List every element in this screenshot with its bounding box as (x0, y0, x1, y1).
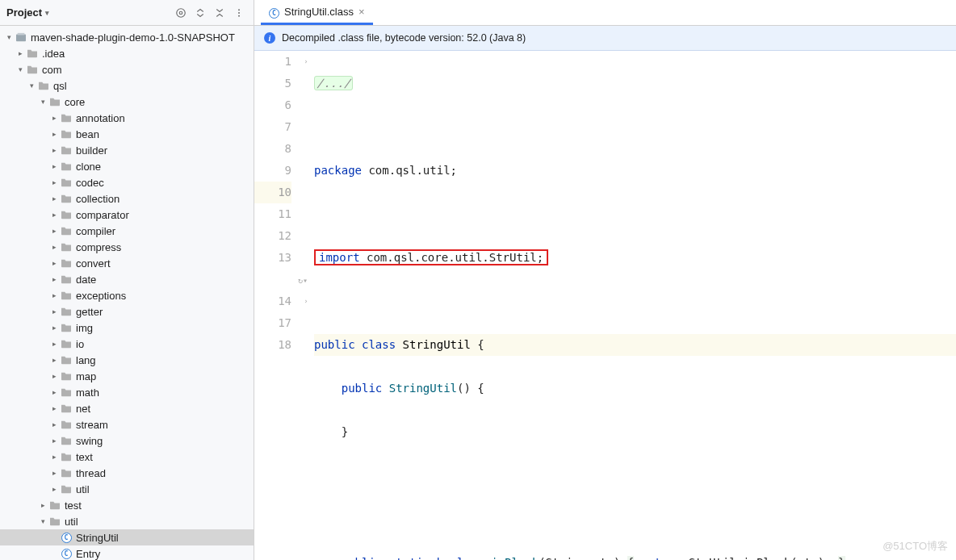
tree-folder-exceptions[interactable]: ▸exceptions (0, 287, 254, 303)
caret-right-icon[interactable]: ▸ (48, 437, 60, 445)
caret-right-icon[interactable]: ▸ (48, 162, 60, 170)
svg-point-4 (238, 15, 240, 16)
chevron-down-icon: ▾ (45, 9, 49, 17)
tree-label: compress (76, 241, 121, 253)
tab-label: StringUtil.class (284, 6, 354, 18)
caret-right-icon[interactable]: ▸ (48, 291, 60, 299)
caret-down-icon[interactable]: ▾ (26, 81, 37, 90)
caret-right-icon[interactable]: ▸ (48, 146, 60, 154)
tree-folder-idea[interactable]: ▸ .idea (0, 45, 254, 61)
expand-all-icon[interactable] (192, 5, 208, 21)
caret-right-icon[interactable]: ▸ (48, 243, 60, 251)
caret-right-icon[interactable]: ▸ (48, 227, 60, 235)
tree-label: lang (76, 354, 96, 366)
caret-right-icon[interactable]: ▸ (48, 356, 60, 364)
archive-icon (15, 32, 27, 42)
caret-down-icon[interactable]: ▾ (37, 517, 48, 525)
caret-right-icon[interactable]: ▸ (48, 194, 60, 203)
tree-folder-math[interactable]: ▸math (0, 384, 254, 400)
caret-right-icon[interactable]: ▸ (48, 420, 60, 428)
svg-point-3 (238, 12, 240, 14)
tree-folder-text[interactable]: ▸text (0, 449, 254, 465)
caret-right-icon[interactable]: ▸ (48, 259, 60, 267)
more-options-icon[interactable] (231, 5, 247, 21)
caret-right-icon[interactable]: ▸ (48, 178, 60, 186)
code-content[interactable]: /.../ package com.qsl.util; import com.q… (314, 51, 956, 560)
tree-folder-clone[interactable]: ▸clone (0, 158, 254, 174)
select-opened-file-icon[interactable] (173, 5, 189, 21)
caret-right-icon[interactable]: ▸ (48, 453, 60, 461)
project-tree[interactable]: ▾ maven-shade-plugin-demo-1.0-SNAPSHOT ▸… (0, 26, 254, 560)
caret-right-icon[interactable]: ▸ (37, 501, 48, 509)
close-icon[interactable]: × (358, 6, 365, 18)
tree-folder-map[interactable]: ▸map (0, 368, 254, 384)
tree-folder-compress[interactable]: ▸compress (0, 239, 254, 255)
folder-icon (60, 403, 73, 413)
caret-down-icon[interactable]: ▾ (15, 65, 26, 73)
caret-right-icon[interactable]: ▸ (48, 130, 60, 138)
tree-class-stringutil[interactable]: C StringUtil (0, 529, 254, 545)
tree-label: bean (76, 128, 99, 140)
sidebar-header: Project ▾ (0, 0, 254, 26)
caret-right-icon[interactable]: ▸ (48, 211, 60, 219)
folder-icon (60, 274, 73, 284)
tree-folder-io[interactable]: ▸io (0, 336, 254, 352)
tree-folder-lang[interactable]: ▸lang (0, 352, 254, 368)
caret-right-icon[interactable]: ▸ (15, 49, 26, 57)
tree-label: test (65, 499, 82, 512)
collapse-all-icon[interactable] (212, 5, 228, 21)
caret-down-icon[interactable]: ▾ (37, 98, 48, 106)
editor-tab-active[interactable]: C StringUtil.class × (261, 1, 373, 25)
caret-down-icon[interactable]: ▾ (3, 33, 15, 41)
fold-marker[interactable]: /.../ (314, 76, 353, 90)
tree-label: comparator (76, 209, 129, 221)
fold-column[interactable]: › ↻▾ › (298, 51, 314, 560)
tree-folder-date[interactable]: ▸date (0, 271, 254, 287)
caret-right-icon[interactable]: ▸ (48, 324, 60, 332)
tree-folder-swing[interactable]: ▸swing (0, 433, 254, 449)
tree-folder-codec[interactable]: ▸codec (0, 174, 254, 190)
caret-right-icon[interactable]: ▸ (48, 388, 60, 396)
caret-right-icon[interactable]: ▸ (48, 114, 60, 122)
tree-folder-core[interactable]: ▾ core (0, 94, 254, 110)
folder-icon (48, 500, 61, 510)
tree-folder-convert[interactable]: ▸convert (0, 255, 254, 271)
folder-icon (26, 65, 39, 74)
folder-icon (60, 339, 73, 349)
sidebar-title[interactable]: Project ▾ (6, 6, 170, 19)
tree-folder-thread[interactable]: ▸thread (0, 465, 254, 481)
caret-right-icon[interactable]: ▸ (48, 469, 60, 477)
tree-folder-compiler[interactable]: ▸compiler (0, 223, 254, 239)
tree-folder-qsl[interactable]: ▾ qsl (0, 77, 254, 94)
tree-folder-util[interactable]: ▸util (0, 481, 254, 497)
caret-right-icon[interactable]: ▸ (48, 485, 60, 493)
tree-folder-img[interactable]: ▸img (0, 320, 254, 336)
tree-folder-com[interactable]: ▾ com (0, 61, 254, 77)
tree-folder-util[interactable]: ▾ util (0, 513, 254, 529)
folder-icon (60, 436, 73, 445)
tree-folder-annotation[interactable]: ▸annotation (0, 110, 254, 126)
caret-right-icon[interactable]: ▸ (48, 404, 60, 412)
folder-icon (48, 516, 61, 526)
folder-icon (60, 468, 73, 478)
caret-right-icon[interactable]: ▸ (48, 372, 60, 380)
tree-label: img (76, 322, 93, 334)
tree-label: maven-shade-plugin-demo-1.0-SNAPSHOT (31, 31, 235, 44)
caret-right-icon[interactable]: ▸ (48, 307, 60, 316)
tree-class-entry[interactable]: C Entry (0, 545, 254, 560)
tree-folder-net[interactable]: ▸net (0, 400, 254, 416)
tree-folder-stream[interactable]: ▸stream (0, 416, 254, 433)
tree-label: date (76, 274, 96, 286)
tree-root[interactable]: ▾ maven-shade-plugin-demo-1.0-SNAPSHOT (0, 29, 254, 45)
tree-folder-collection[interactable]: ▸collection (0, 190, 254, 207)
tree-folder-test[interactable]: ▸ test (0, 497, 254, 513)
code-editor[interactable]: 1 5 6 7 8 9 10 11 12 13 14 17 18 › ↻▾ › … (254, 51, 956, 560)
tree-folder-builder[interactable]: ▸builder (0, 142, 254, 158)
caret-right-icon[interactable]: ▸ (48, 275, 60, 283)
folder-icon (60, 484, 73, 494)
tree-folder-comparator[interactable]: ▸comparator (0, 207, 254, 223)
caret-right-icon[interactable]: ▸ (48, 340, 60, 348)
tree-folder-getter[interactable]: ▸getter (0, 303, 254, 320)
tree-label: io (76, 338, 84, 350)
tree-folder-bean[interactable]: ▸bean (0, 126, 254, 142)
